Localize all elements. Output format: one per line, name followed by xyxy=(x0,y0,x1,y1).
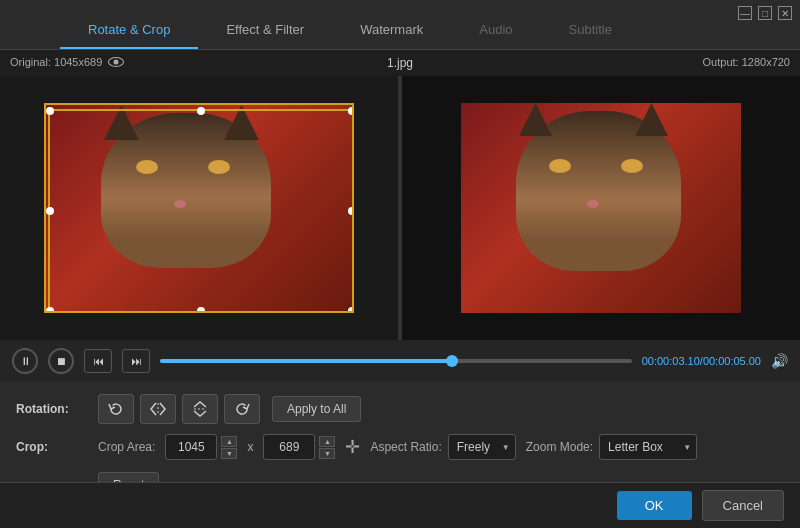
crop-width-input[interactable] xyxy=(165,434,217,460)
output-resolution: Output: 1280x720 xyxy=(703,56,790,68)
preview-left xyxy=(0,76,398,340)
tab-watermark[interactable]: Watermark xyxy=(332,12,451,49)
next-frame-button[interactable]: ⏭ xyxy=(122,349,150,373)
height-spin-arrows: ▲ ▼ xyxy=(319,436,335,459)
crop-controls: Crop Area: ▲ ▼ x ▲ ▼ ✛ Aspect Ratio: xyxy=(98,434,697,460)
rotation-row: Rotation: xyxy=(16,394,784,424)
filename-label: 1.jpg xyxy=(387,56,413,70)
zoom-mode-select-wrapper: Letter Box Pan & Scan Full xyxy=(599,434,697,460)
aspect-ratio-label: Aspect Ratio: xyxy=(370,440,441,454)
rotation-label: Rotation: xyxy=(16,402,86,416)
video-area: Original: 1045x689 1.jpg Output: 1280x72… xyxy=(0,50,800,340)
tab-audio: Audio xyxy=(451,12,540,49)
crop-handle-bm[interactable] xyxy=(197,307,205,313)
progress-thumb[interactable] xyxy=(446,355,458,367)
flip-horizontal-button[interactable] xyxy=(140,394,176,424)
tab-effect-filter[interactable]: Effect & Filter xyxy=(198,12,332,49)
aspect-ratio-select-wrapper: Freely 16:9 4:3 1:1 xyxy=(448,434,516,460)
source-image xyxy=(44,103,354,313)
zoom-mode-group: Zoom Mode: Letter Box Pan & Scan Full xyxy=(526,434,697,460)
height-spin-group: ▲ ▼ xyxy=(263,434,335,460)
crop-overlay[interactable] xyxy=(48,109,354,313)
aspect-ratio-group: Aspect Ratio: Freely 16:9 4:3 1:1 xyxy=(370,434,515,460)
flip-vertical-button[interactable] xyxy=(182,394,218,424)
tab-subtitle: Subtitle xyxy=(541,12,640,49)
time-display: 00:00:03.10/00:00:05.00 xyxy=(642,355,761,367)
volume-icon[interactable]: 🔊 xyxy=(771,353,788,369)
zoom-mode-select[interactable]: Letter Box Pan & Scan Full xyxy=(599,434,697,460)
minimize-button[interactable]: — xyxy=(738,6,752,20)
rotate-cw-button[interactable] xyxy=(224,394,260,424)
cancel-button[interactable]: Cancel xyxy=(702,490,784,521)
zoom-mode-label: Zoom Mode: xyxy=(526,440,593,454)
center-crop-icon[interactable]: ✛ xyxy=(345,436,360,458)
crop-handle-ml[interactable] xyxy=(46,207,54,215)
video-panels xyxy=(0,50,800,340)
bottom-bar: OK Cancel xyxy=(0,482,800,528)
crop-handle-tl[interactable] xyxy=(46,107,54,115)
stop-button[interactable]: ⏹ xyxy=(48,348,74,374)
eye-icon[interactable] xyxy=(108,57,124,67)
dimension-separator: x xyxy=(247,440,253,454)
crop-handle-tm[interactable] xyxy=(197,107,205,115)
width-up-arrow[interactable]: ▲ xyxy=(221,436,237,447)
preview-right xyxy=(402,76,800,340)
close-button[interactable]: ✕ xyxy=(778,6,792,20)
progress-track[interactable] xyxy=(160,359,632,363)
rotate-ccw-button[interactable] xyxy=(98,394,134,424)
crop-height-input[interactable] xyxy=(263,434,315,460)
ok-button[interactable]: OK xyxy=(617,491,692,520)
crop-label: Crop: xyxy=(16,440,86,454)
rotation-buttons xyxy=(98,394,260,424)
crop-area-label: Crop Area: xyxy=(98,440,155,454)
prev-frame-button[interactable]: ⏮ xyxy=(84,349,112,373)
tabs-bar: Rotate & Crop Effect & Filter Watermark … xyxy=(0,0,800,50)
width-spin-arrows: ▲ ▼ xyxy=(221,436,237,459)
original-resolution: Original: 1045x689 xyxy=(10,56,124,68)
progress-fill xyxy=(160,359,452,363)
aspect-ratio-select[interactable]: Freely 16:9 4:3 1:1 xyxy=(448,434,516,460)
title-bar: — □ ✕ xyxy=(730,0,800,26)
play-pause-button[interactable]: ⏸ xyxy=(12,348,38,374)
crop-handle-tr[interactable] xyxy=(348,107,354,115)
playback-bar: ⏸ ⏹ ⏮ ⏭ 00:00:03.10/00:00:05.00 🔊 xyxy=(0,340,800,382)
crop-row: Crop: Crop Area: ▲ ▼ x ▲ ▼ ✛ Aspect Rat xyxy=(16,434,784,460)
maximize-button[interactable]: □ xyxy=(758,6,772,20)
crop-handle-bl[interactable] xyxy=(46,307,54,313)
apply-to-all-button[interactable]: Apply to All xyxy=(272,396,361,422)
tab-rotate-crop[interactable]: Rotate & Crop xyxy=(60,12,198,49)
width-down-arrow[interactable]: ▼ xyxy=(221,448,237,459)
height-up-arrow[interactable]: ▲ xyxy=(319,436,335,447)
output-image xyxy=(461,103,741,313)
crop-handle-mr[interactable] xyxy=(348,207,354,215)
height-down-arrow[interactable]: ▼ xyxy=(319,448,335,459)
crop-handle-br[interactable] xyxy=(348,307,354,313)
width-spin-group: ▲ ▼ xyxy=(165,434,237,460)
